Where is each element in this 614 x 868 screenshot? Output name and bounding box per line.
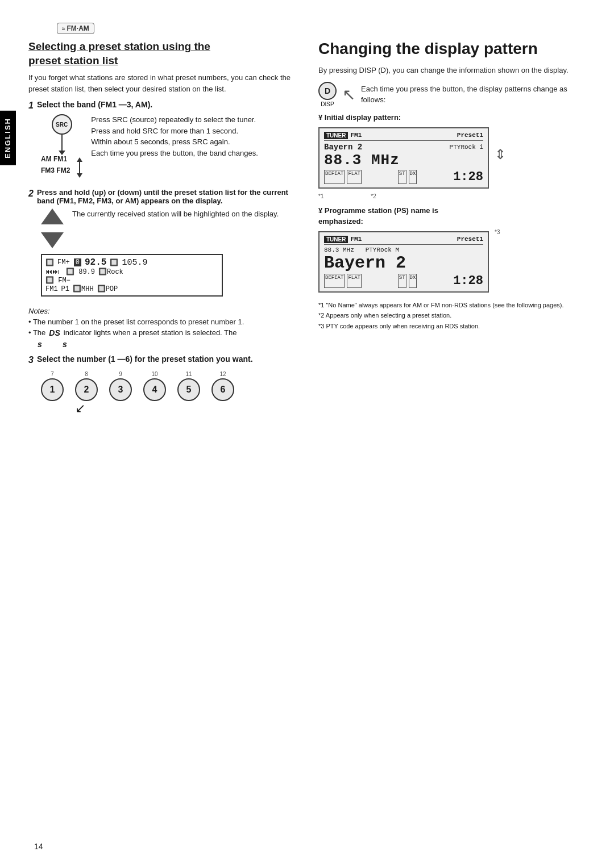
left-column: Selecting a preset station using the pre… — [28, 40, 301, 426]
note-2-continuation: s s — [38, 340, 301, 349]
defeat-flat-1: DEFEAT FLAT — [324, 170, 362, 184]
time-display-1: 1:28 — [453, 170, 483, 184]
st-dx-2: ST DX — [398, 274, 417, 288]
d-button-instruction: Each time you press the button, the disp… — [361, 84, 586, 106]
step-2-number: 2 — [28, 189, 34, 199]
radio-display-header-2: TUNER FM1 Preset1 — [324, 236, 483, 245]
frequency-display-1: 88.3 MHz — [324, 152, 483, 169]
footnote-1: *1 "No Name" always appears for AM or FM… — [318, 301, 586, 310]
step-3-title: Select the number (1 —6) for the preset … — [37, 354, 253, 364]
step-2-title: Press and hold (up) or (down) until the … — [37, 188, 301, 205]
band-labels: AM FM1 FM3 FM2 — [41, 155, 70, 174]
programme-pattern-label2: emphasized: — [318, 217, 586, 226]
footnote-3: *3 PTY code appears only when receiving … — [318, 322, 586, 331]
defeat-flat-2: DEFEAT FLAT — [324, 274, 362, 288]
display-middle-1: Bayern 2 PTYRock i — [324, 143, 483, 152]
programme-display: TUNER FM1 Preset1 88.3 MHz PTYRock M Bay… — [318, 231, 489, 293]
fm-label-1: FM1 — [350, 132, 362, 139]
programme-pattern-label: ¥ Programme station (PS) name is — [318, 206, 586, 215]
radio-display-header-1: TUNER FM1 Preset1 — [324, 132, 483, 141]
programme-pattern-section: ¥ Programme station (PS) name is emphasi… — [318, 206, 586, 296]
time-display-2: 1:28 — [453, 274, 483, 288]
src-diagram: SRC AM FM1 FM3 FM2 — [41, 114, 82, 178]
num-circle-4: 4 — [143, 378, 166, 401]
band-arrows — [77, 157, 82, 178]
preset-row-1: 🔲 FM+ 0 92.5 🔲 105.9 — [45, 257, 218, 268]
down-triangle — [41, 232, 64, 248]
step-1-number: 1 — [28, 101, 34, 111]
pty-label-1: PTYRock i — [450, 144, 483, 151]
num-circle-2: 2 — [75, 378, 98, 401]
fm-label-2: FM1 — [350, 236, 362, 243]
superscript-3: *3 — [495, 228, 500, 235]
note-2: • The DS indicator lights when a preset … — [28, 328, 301, 337]
num-button-6: 12 6 — [211, 371, 234, 401]
station-name-1: Bayern 2 — [324, 143, 362, 152]
intro-text: If you forget what stations are stored i… — [28, 72, 301, 94]
num-button-1: 7 1 — [41, 371, 64, 401]
num-label-4: 10 — [151, 371, 157, 377]
num-circle-5: 5 — [177, 378, 200, 401]
up-triangle — [41, 208, 64, 224]
display-info-2: DEFEAT FLAT ST DX 1:28 — [324, 274, 483, 288]
hand-cursor-icon: ↙ — [75, 401, 301, 416]
preset-row-4: FM1 P1 🔲MHH 🔲POP — [45, 285, 218, 293]
number-buttons: 7 1 8 2 9 3 10 4 — [41, 371, 301, 401]
step-1-instructions: Press SRC (source) repeatedly to select … — [91, 114, 258, 158]
num-label-1: 7 — [51, 371, 54, 377]
preset-label-2: Preset1 — [457, 236, 483, 243]
preset-row-3: 🔲 FM− — [45, 276, 218, 285]
step-1: 1 Select the band (FM1 —3, AM). SRC — [28, 100, 301, 178]
num-button-4: 10 4 — [143, 371, 166, 401]
note-1: • The number 1 on the preset list corres… — [28, 318, 301, 326]
tuner-badge-2: TUNER — [324, 236, 348, 243]
step-2: 2 Press and hold (up) or (down) until th… — [28, 188, 301, 297]
num-button-2: 8 2 — [75, 371, 98, 401]
preset-list-display: 🔲 FM+ 0 92.5 🔲 105.9 ⏮⏭ 🔲 89.9 🔲Rock — [41, 254, 223, 297]
src-button: SRC — [52, 114, 72, 135]
step-2-instruction: The currently received station will be h… — [72, 208, 279, 220]
superscripts: *1 *2 — [318, 193, 586, 199]
page-number: 14 — [34, 842, 43, 851]
footnotes: *1 "No Name" always appears for AM or FM… — [318, 301, 586, 331]
num-label-3: 9 — [119, 371, 122, 377]
up-down-arrow: ⇕ — [495, 147, 506, 162]
display-arrow-area: ⇕ — [495, 124, 506, 162]
cursor-icon: ↖ — [342, 85, 355, 104]
programme-station-name: Bayern 2 — [324, 253, 483, 273]
num-circle-6: 6 — [211, 378, 234, 401]
notes-section: Notes: • The number 1 on the preset list… — [28, 307, 301, 349]
preset-label-1: Preset1 — [457, 132, 483, 139]
num-label-2: 8 — [85, 371, 88, 377]
st-dx-1: ST DX — [398, 170, 417, 184]
fm-am-badge: FM·AM — [57, 23, 94, 34]
num-button-3: 9 3 — [109, 371, 132, 401]
initial-pattern-section: ¥ Initial display pattern: TUNER FM1 Pre… — [318, 113, 586, 199]
d-button-area: D DISP ↖ Each time you press the button,… — [318, 82, 586, 107]
num-circle-1: 1 — [41, 378, 64, 401]
updown-diagram — [41, 208, 64, 248]
band-flow: AM FM1 FM3 FM2 — [41, 155, 82, 178]
right-column: Changing the display pattern By pressing… — [318, 40, 586, 426]
d-sub-label: DISP — [321, 101, 334, 107]
num-label-6: 12 — [219, 371, 226, 377]
step-3-number: 3 — [28, 355, 34, 365]
tuner-badge-1: TUNER — [324, 132, 348, 139]
display-info-1: DEFEAT FLAT ST DX 1:28 — [324, 170, 483, 184]
src-arrow — [61, 135, 63, 152]
num-label-5: 11 — [185, 371, 192, 377]
d-button: D — [318, 82, 337, 100]
fm-am-logo-area: FM·AM — [57, 23, 586, 34]
footnote-2: *2 Appears only when selecting a preset … — [318, 311, 586, 320]
d-button-container: D DISP — [318, 82, 337, 107]
initial-pattern-label: ¥ Initial display pattern: — [318, 113, 586, 122]
preset-row-2: ⏮⏭ 🔲 89.9 🔲Rock — [45, 268, 218, 276]
num-circle-3: 3 — [109, 378, 132, 401]
step-3: 3 Select the number (1 —6) for the prese… — [28, 354, 301, 416]
right-intro-text: By pressing DISP (D), you can change the… — [318, 65, 586, 76]
programme-freq-pty: 88.3 MHz PTYRock M — [324, 247, 483, 253]
step-1-title: Select the band (FM1 —3, AM). — [37, 100, 152, 109]
section-title-left: Selecting a preset station using the pre… — [28, 40, 301, 68]
num-button-5: 11 5 — [177, 371, 200, 401]
notes-label: Notes: — [28, 307, 301, 315]
